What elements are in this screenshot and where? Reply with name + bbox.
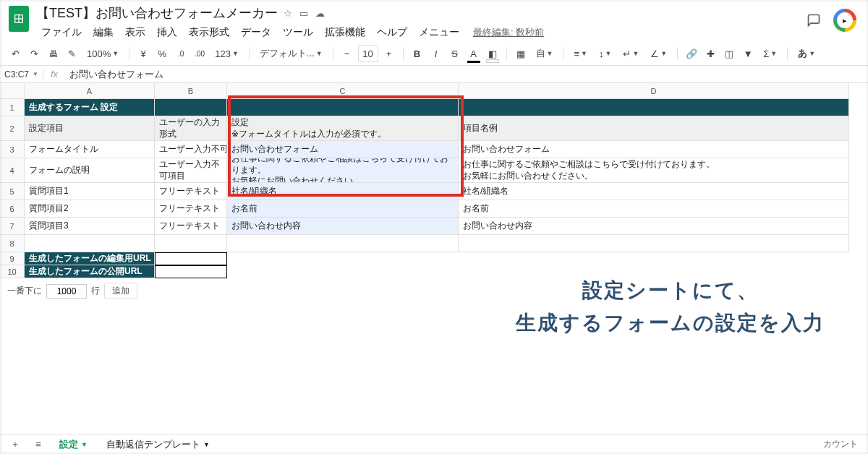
row-header[interactable]: 5 bbox=[0, 183, 25, 200]
row-header[interactable]: 2 bbox=[0, 116, 25, 141]
paint-format-icon[interactable]: ✎ bbox=[64, 45, 80, 62]
row-header[interactable]: 4 bbox=[0, 158, 25, 183]
cloud-icon[interactable]: ☁ bbox=[315, 8, 325, 19]
link-icon[interactable]: 🔗 bbox=[684, 45, 699, 62]
star-icon[interactable]: ☆ bbox=[284, 8, 292, 19]
halign-select[interactable]: ≡▼ bbox=[569, 48, 592, 59]
merge-select[interactable]: ⾃▼ bbox=[532, 47, 558, 60]
cell[interactable]: フォームの説明 bbox=[25, 158, 155, 183]
count-label[interactable]: カウント bbox=[823, 438, 862, 450]
add-rows-button[interactable]: 追加 bbox=[104, 283, 137, 299]
font-size-minus[interactable]: − bbox=[339, 45, 355, 62]
cell[interactable] bbox=[155, 235, 227, 252]
increase-decimal-icon[interactable]: .00 bbox=[192, 45, 208, 62]
spreadsheet-grid[interactable]: 1 2 3 4 5 6 7 8 9 10 A B C D 生成するフォーム 設定… bbox=[0, 83, 868, 278]
ime-select[interactable]: あ▼ bbox=[793, 47, 820, 60]
sheet-tab[interactable]: 自動返信テンプレート▼ bbox=[99, 436, 217, 453]
menu-tools[interactable]: ツール bbox=[278, 23, 318, 42]
cell[interactable]: 生成したフォームの編集用URL bbox=[25, 252, 155, 265]
cell[interactable]: お問い合わせフォーム bbox=[227, 141, 459, 158]
cell[interactable] bbox=[25, 235, 155, 252]
cell[interactable]: 設定 ※フォームタイトルは入力が必須です。 bbox=[227, 116, 459, 141]
cell[interactable]: 質問項目1 bbox=[25, 183, 155, 200]
row-header[interactable]: 1 bbox=[0, 99, 25, 116]
cell[interactable]: 社名/組織名 bbox=[227, 183, 459, 200]
cell[interactable]: お問い合わせ内容 bbox=[227, 218, 459, 235]
redo-icon[interactable]: ↷ bbox=[26, 45, 42, 62]
text-color-icon[interactable]: A bbox=[466, 45, 482, 62]
cell[interactable] bbox=[227, 265, 459, 278]
col-header[interactable]: C bbox=[227, 83, 459, 99]
rotate-select[interactable]: ∠▼ bbox=[646, 48, 671, 59]
italic-icon[interactable]: I bbox=[428, 45, 444, 62]
add-sheet-icon[interactable]: + bbox=[6, 437, 25, 453]
col-header[interactable]: B bbox=[155, 83, 227, 99]
col-header[interactable]: A bbox=[25, 83, 155, 99]
cell[interactable]: ユーザーの入力形式 bbox=[155, 116, 227, 141]
cell[interactable]: 生成するフォーム 設定 bbox=[25, 99, 155, 116]
cell[interactable]: お名前 bbox=[227, 200, 459, 218]
cell[interactable]: ユーザー入力不可項目 bbox=[155, 158, 227, 183]
font-select[interactable]: デフォルト...▼ bbox=[255, 47, 327, 60]
cell[interactable]: お問い合わせ内容 bbox=[459, 218, 849, 235]
menu-data[interactable]: データ bbox=[236, 23, 276, 42]
fill-color-icon[interactable]: ◧ bbox=[485, 45, 501, 62]
menu-extensions[interactable]: 拡張機能 bbox=[320, 23, 370, 42]
cell[interactable]: 項目名例 bbox=[459, 116, 849, 141]
row-header[interactable]: 10 bbox=[0, 265, 25, 278]
comment-icon[interactable]: ✚ bbox=[702, 45, 718, 62]
row-header[interactable]: 9 bbox=[0, 252, 25, 265]
cell[interactable]: 設定項目 bbox=[25, 116, 155, 141]
cell[interactable]: 質問項目2 bbox=[25, 200, 155, 218]
cell[interactable]: お仕事に関するご依頼やご相談はこちらで受け付けております。 お気軽にお問い合わせ… bbox=[459, 158, 849, 183]
cell[interactable] bbox=[227, 99, 459, 116]
row-header[interactable]: 7 bbox=[0, 218, 25, 235]
cell[interactable] bbox=[155, 265, 227, 278]
sheets-logo[interactable] bbox=[9, 6, 29, 32]
doc-title[interactable]: 【TEST】お問い合わせフォームメーカー bbox=[36, 4, 278, 22]
name-box[interactable]: C3:C7▼ bbox=[0, 69, 43, 80]
cell[interactable]: フリーテキスト bbox=[155, 200, 227, 218]
comment-history-icon[interactable] bbox=[804, 11, 823, 30]
cell[interactable]: 社名/組織名 bbox=[459, 183, 849, 200]
print-icon[interactable]: 🖶 bbox=[45, 45, 61, 62]
borders-icon[interactable]: ▦ bbox=[513, 45, 529, 62]
menu-view[interactable]: 表示 bbox=[120, 23, 150, 42]
wrap-select[interactable]: ↵▼ bbox=[618, 48, 643, 59]
chart-icon[interactable]: ◫ bbox=[721, 45, 737, 62]
cell[interactable] bbox=[227, 252, 459, 265]
row-header[interactable]: 8 bbox=[0, 235, 25, 252]
cell[interactable] bbox=[155, 252, 227, 265]
cell[interactable] bbox=[459, 252, 849, 265]
cell[interactable] bbox=[459, 235, 849, 252]
cell[interactable] bbox=[155, 99, 227, 116]
filter-icon[interactable]: ▼ bbox=[740, 45, 756, 62]
cell[interactable]: お問い合わせフォーム bbox=[459, 141, 849, 158]
valign-select[interactable]: ↕▼ bbox=[595, 48, 616, 59]
menu-file[interactable]: ファイル bbox=[36, 23, 87, 42]
add-rows-input[interactable] bbox=[46, 284, 87, 299]
menu-edit[interactable]: 編集 bbox=[88, 23, 119, 42]
strike-icon[interactable]: S bbox=[447, 45, 463, 62]
decrease-decimal-icon[interactable]: .0 bbox=[173, 45, 189, 62]
cell[interactable]: フォームタイトル bbox=[25, 141, 155, 158]
cell[interactable]: ユーザー入力不可項目 bbox=[155, 141, 227, 158]
font-size-plus[interactable]: + bbox=[381, 45, 397, 62]
move-icon[interactable]: ▭ bbox=[299, 8, 308, 19]
cell[interactable] bbox=[227, 235, 459, 252]
row-header[interactable]: 3 bbox=[0, 141, 25, 158]
cell[interactable]: フリーテキスト bbox=[155, 183, 227, 200]
font-size-input[interactable]: 10 bbox=[358, 45, 378, 62]
menu-format[interactable]: 表示形式 bbox=[184, 23, 234, 42]
row-header[interactable]: 6 bbox=[0, 200, 25, 218]
menu-help[interactable]: ヘルプ bbox=[372, 23, 412, 42]
cell[interactable]: お名前 bbox=[459, 200, 849, 218]
percent-icon[interactable]: % bbox=[154, 45, 170, 62]
meet-icon[interactable]: ▸ bbox=[833, 9, 856, 32]
cell[interactable]: 質問項目3 bbox=[25, 218, 155, 235]
cell[interactable]: お仕事に関するご依頼やご相談はこちらで受け付けております。 お気軽にお問い合わせ… bbox=[227, 158, 459, 183]
last-edit-link[interactable]: 最終編集: 数秒前 bbox=[473, 26, 544, 39]
undo-icon[interactable]: ↶ bbox=[7, 45, 23, 62]
menu-custom[interactable]: メニュー bbox=[414, 23, 464, 42]
menu-insert[interactable]: 挿入 bbox=[152, 23, 182, 42]
